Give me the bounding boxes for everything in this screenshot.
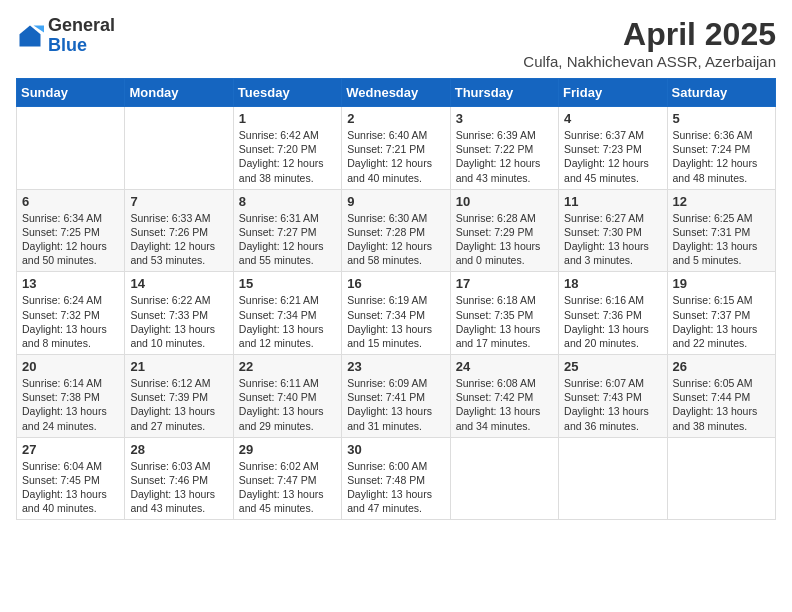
day-number: 17 (456, 276, 553, 291)
cell-info: Sunrise: 6:39 AMSunset: 7:22 PMDaylight:… (456, 129, 541, 184)
cell-info: Sunrise: 6:16 AMSunset: 7:36 PMDaylight:… (564, 294, 649, 349)
cell-info: Sunrise: 6:30 AMSunset: 7:28 PMDaylight:… (347, 212, 432, 267)
day-number: 22 (239, 359, 336, 374)
cell-info: Sunrise: 6:04 AMSunset: 7:45 PMDaylight:… (22, 460, 107, 515)
day-number: 18 (564, 276, 661, 291)
calendar-cell: 14 Sunrise: 6:22 AMSunset: 7:33 PMDaylig… (125, 272, 233, 355)
calendar-cell: 18 Sunrise: 6:16 AMSunset: 7:36 PMDaylig… (559, 272, 667, 355)
day-number: 16 (347, 276, 444, 291)
logo-general-text: General (48, 15, 115, 35)
cell-info: Sunrise: 6:00 AMSunset: 7:48 PMDaylight:… (347, 460, 432, 515)
weekday-header: Wednesday (342, 79, 450, 107)
logo-blue-text: Blue (48, 35, 87, 55)
cell-info: Sunrise: 6:19 AMSunset: 7:34 PMDaylight:… (347, 294, 432, 349)
cell-info: Sunrise: 6:22 AMSunset: 7:33 PMDaylight:… (130, 294, 215, 349)
day-number: 15 (239, 276, 336, 291)
weekday-header-row: SundayMondayTuesdayWednesdayThursdayFrid… (17, 79, 776, 107)
calendar-week-row: 20 Sunrise: 6:14 AMSunset: 7:38 PMDaylig… (17, 355, 776, 438)
calendar-cell: 27 Sunrise: 6:04 AMSunset: 7:45 PMDaylig… (17, 437, 125, 520)
cell-info: Sunrise: 6:37 AMSunset: 7:23 PMDaylight:… (564, 129, 649, 184)
day-number: 10 (456, 194, 553, 209)
day-number: 12 (673, 194, 770, 209)
cell-info: Sunrise: 6:24 AMSunset: 7:32 PMDaylight:… (22, 294, 107, 349)
day-number: 14 (130, 276, 227, 291)
cell-info: Sunrise: 6:14 AMSunset: 7:38 PMDaylight:… (22, 377, 107, 432)
svg-marker-0 (20, 25, 41, 46)
weekday-header: Monday (125, 79, 233, 107)
month-title: April 2025 (523, 16, 776, 53)
calendar-cell: 28 Sunrise: 6:03 AMSunset: 7:46 PMDaylig… (125, 437, 233, 520)
calendar-cell (125, 107, 233, 190)
weekday-header: Tuesday (233, 79, 341, 107)
calendar-cell (450, 437, 558, 520)
day-number: 25 (564, 359, 661, 374)
calendar-cell (17, 107, 125, 190)
cell-info: Sunrise: 6:31 AMSunset: 7:27 PMDaylight:… (239, 212, 324, 267)
calendar-cell: 13 Sunrise: 6:24 AMSunset: 7:32 PMDaylig… (17, 272, 125, 355)
cell-info: Sunrise: 6:21 AMSunset: 7:34 PMDaylight:… (239, 294, 324, 349)
day-number: 9 (347, 194, 444, 209)
calendar-cell: 30 Sunrise: 6:00 AMSunset: 7:48 PMDaylig… (342, 437, 450, 520)
calendar-cell: 15 Sunrise: 6:21 AMSunset: 7:34 PMDaylig… (233, 272, 341, 355)
cell-info: Sunrise: 6:25 AMSunset: 7:31 PMDaylight:… (673, 212, 758, 267)
calendar-cell: 23 Sunrise: 6:09 AMSunset: 7:41 PMDaylig… (342, 355, 450, 438)
title-area: April 2025 Culfa, Nakhichevan ASSR, Azer… (523, 16, 776, 70)
calendar-cell (667, 437, 775, 520)
calendar-cell: 22 Sunrise: 6:11 AMSunset: 7:40 PMDaylig… (233, 355, 341, 438)
cell-info: Sunrise: 6:15 AMSunset: 7:37 PMDaylight:… (673, 294, 758, 349)
day-number: 7 (130, 194, 227, 209)
cell-info: Sunrise: 6:36 AMSunset: 7:24 PMDaylight:… (673, 129, 758, 184)
weekday-header: Saturday (667, 79, 775, 107)
day-number: 1 (239, 111, 336, 126)
calendar-cell: 5 Sunrise: 6:36 AMSunset: 7:24 PMDayligh… (667, 107, 775, 190)
calendar-week-row: 13 Sunrise: 6:24 AMSunset: 7:32 PMDaylig… (17, 272, 776, 355)
day-number: 27 (22, 442, 119, 457)
calendar-cell (559, 437, 667, 520)
day-number: 19 (673, 276, 770, 291)
calendar-cell: 17 Sunrise: 6:18 AMSunset: 7:35 PMDaylig… (450, 272, 558, 355)
calendar-cell: 26 Sunrise: 6:05 AMSunset: 7:44 PMDaylig… (667, 355, 775, 438)
calendar-cell: 7 Sunrise: 6:33 AMSunset: 7:26 PMDayligh… (125, 189, 233, 272)
day-number: 5 (673, 111, 770, 126)
calendar-cell: 25 Sunrise: 6:07 AMSunset: 7:43 PMDaylig… (559, 355, 667, 438)
cell-info: Sunrise: 6:18 AMSunset: 7:35 PMDaylight:… (456, 294, 541, 349)
weekday-header: Friday (559, 79, 667, 107)
calendar-cell: 2 Sunrise: 6:40 AMSunset: 7:21 PMDayligh… (342, 107, 450, 190)
day-number: 24 (456, 359, 553, 374)
day-number: 6 (22, 194, 119, 209)
day-number: 29 (239, 442, 336, 457)
cell-info: Sunrise: 6:07 AMSunset: 7:43 PMDaylight:… (564, 377, 649, 432)
day-number: 23 (347, 359, 444, 374)
day-number: 20 (22, 359, 119, 374)
cell-info: Sunrise: 6:02 AMSunset: 7:47 PMDaylight:… (239, 460, 324, 515)
cell-info: Sunrise: 6:11 AMSunset: 7:40 PMDaylight:… (239, 377, 324, 432)
calendar-cell: 19 Sunrise: 6:15 AMSunset: 7:37 PMDaylig… (667, 272, 775, 355)
day-number: 8 (239, 194, 336, 209)
calendar-cell: 3 Sunrise: 6:39 AMSunset: 7:22 PMDayligh… (450, 107, 558, 190)
calendar-cell: 11 Sunrise: 6:27 AMSunset: 7:30 PMDaylig… (559, 189, 667, 272)
location-subtitle: Culfa, Nakhichevan ASSR, Azerbaijan (523, 53, 776, 70)
calendar-cell: 10 Sunrise: 6:28 AMSunset: 7:29 PMDaylig… (450, 189, 558, 272)
cell-info: Sunrise: 6:40 AMSunset: 7:21 PMDaylight:… (347, 129, 432, 184)
day-number: 4 (564, 111, 661, 126)
day-number: 26 (673, 359, 770, 374)
calendar-cell: 1 Sunrise: 6:42 AMSunset: 7:20 PMDayligh… (233, 107, 341, 190)
day-number: 28 (130, 442, 227, 457)
day-number: 11 (564, 194, 661, 209)
cell-info: Sunrise: 6:03 AMSunset: 7:46 PMDaylight:… (130, 460, 215, 515)
calendar-cell: 9 Sunrise: 6:30 AMSunset: 7:28 PMDayligh… (342, 189, 450, 272)
cell-info: Sunrise: 6:33 AMSunset: 7:26 PMDaylight:… (130, 212, 215, 267)
page-header: General Blue April 2025 Culfa, Nakhichev… (16, 16, 776, 70)
weekday-header: Sunday (17, 79, 125, 107)
day-number: 13 (22, 276, 119, 291)
calendar-table: SundayMondayTuesdayWednesdayThursdayFrid… (16, 78, 776, 520)
calendar-cell: 29 Sunrise: 6:02 AMSunset: 7:47 PMDaylig… (233, 437, 341, 520)
calendar-cell: 8 Sunrise: 6:31 AMSunset: 7:27 PMDayligh… (233, 189, 341, 272)
logo: General Blue (16, 16, 115, 56)
cell-info: Sunrise: 6:28 AMSunset: 7:29 PMDaylight:… (456, 212, 541, 267)
calendar-cell: 20 Sunrise: 6:14 AMSunset: 7:38 PMDaylig… (17, 355, 125, 438)
day-number: 3 (456, 111, 553, 126)
cell-info: Sunrise: 6:09 AMSunset: 7:41 PMDaylight:… (347, 377, 432, 432)
calendar-cell: 4 Sunrise: 6:37 AMSunset: 7:23 PMDayligh… (559, 107, 667, 190)
calendar-cell: 12 Sunrise: 6:25 AMSunset: 7:31 PMDaylig… (667, 189, 775, 272)
